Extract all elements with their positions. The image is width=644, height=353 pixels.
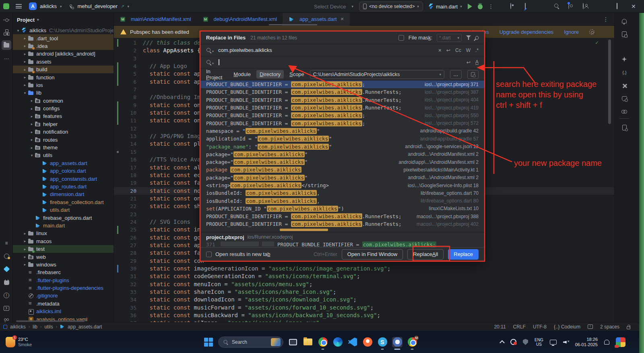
skype-button[interactable]: S bbox=[377, 337, 388, 347]
tree-item-common[interactable]: ▸common bbox=[13, 97, 114, 105]
result-row-3[interactable]: PRODUCT_BUNDLE_IDENTIFIER = com.pixelwib… bbox=[200, 96, 484, 104]
tree-item-dimension-dart[interactable]: dimension.dart bbox=[13, 190, 114, 198]
tab-main-androidmanifest[interactable]: main\AndroidManifest.xml bbox=[114, 13, 197, 26]
line-separator[interactable]: CRLF bbox=[513, 324, 526, 330]
start-button[interactable] bbox=[203, 337, 214, 347]
run-configuration[interactable]: main.dart bbox=[436, 4, 458, 10]
tree-item-macos[interactable]: ▸macos bbox=[13, 237, 114, 245]
tree-item-app-routes-dart[interactable]: app_routes.dart bbox=[13, 183, 114, 190]
tree-item-firebaserc[interactable]: .firebaserc bbox=[13, 268, 114, 276]
preserve-case-toggle[interactable]: A bbox=[475, 60, 479, 65]
profiler-icon[interactable] bbox=[510, 3, 511, 9]
whole-words-toggle[interactable]: W bbox=[466, 47, 471, 53]
problems-tool-icon[interactable]: ! bbox=[2, 291, 11, 300]
result-row-6[interactable]: PRODUCT_BUNDLE_IDENTIFIER = com.pixelwib… bbox=[200, 119, 484, 127]
tree-chevron-icon[interactable]: ▸ bbox=[29, 146, 35, 150]
match-case-toggle[interactable]: Cc bbox=[455, 47, 461, 53]
tree-chevron-icon[interactable]: ▸ bbox=[22, 255, 28, 259]
sync-icon[interactable] bbox=[510, 339, 516, 345]
close-icon[interactable]: ✕ bbox=[631, 3, 638, 10]
tab-app-assets-dart[interactable]: app_assets.dart ✕ bbox=[283, 13, 350, 26]
open-results-new-tab-checkbox[interactable] bbox=[206, 252, 212, 257]
tree-item-function[interactable]: ▸function bbox=[13, 73, 114, 81]
tree-item-firebase-collection-dart[interactable]: firebase_collection.dart bbox=[13, 198, 114, 206]
maximize-icon[interactable] bbox=[617, 3, 617, 9]
open-in-editor-button[interactable] bbox=[467, 70, 479, 79]
terminal-tool-icon[interactable] bbox=[2, 303, 11, 313]
commit-tool-icon[interactable] bbox=[2, 15, 11, 25]
more-tools-icon[interactable]: ⋯ bbox=[2, 54, 11, 64]
project-name[interactable]: aiklicks bbox=[40, 3, 57, 9]
chrome-profile-button[interactable]: M bbox=[407, 337, 417, 347]
newline-icon[interactable]: ↩ bbox=[466, 60, 471, 65]
notifications-icon[interactable] bbox=[618, 16, 630, 26]
device-mirror-icon[interactable] bbox=[525, 3, 526, 9]
regex-toggle[interactable]: .* bbox=[475, 47, 479, 53]
tree-item-flutter-plugins-dependencies[interactable]: .flutter-plugins-dependencies bbox=[13, 284, 114, 292]
tree-item-idea[interactable]: ▸.idea bbox=[13, 42, 114, 50]
tab-scrollbar[interactable] bbox=[269, 24, 317, 25]
inspections-ok-icon[interactable]: ✓ bbox=[595, 39, 599, 45]
tree-item-lib[interactable]: ▾lib bbox=[13, 89, 114, 97]
tree-item-notification[interactable]: ▸notification bbox=[13, 128, 114, 136]
deep-links-icon[interactable] bbox=[618, 106, 630, 117]
tree-chevron-icon[interactable]: ▸ bbox=[22, 247, 28, 251]
tree-item-theme[interactable]: ▸theme bbox=[13, 144, 114, 151]
tree-item-aiklicks[interactable]: ▾aiklicksC:\Users\Admin\StudioProjects\a… bbox=[13, 27, 114, 34]
chrome-button[interactable] bbox=[318, 337, 328, 347]
result-row-19[interactable]: PRODUCT_BUNDLE_IDENTIFIER = com.pixelwib… bbox=[200, 220, 484, 228]
profile-icon[interactable] bbox=[583, 3, 584, 9]
close-tab-icon[interactable]: ✕ bbox=[341, 17, 344, 22]
result-row-18[interactable]: PRODUCT_BUNDLE_IDENTIFIER = com.pixelwib… bbox=[200, 213, 484, 220]
banner-settings-icon[interactable] bbox=[589, 29, 594, 35]
taskbar-clock[interactable]: 18:2606-01-2025 bbox=[575, 337, 598, 347]
chevron-down-icon[interactable]: ▾ bbox=[60, 4, 62, 8]
tree-chevron-icon[interactable]: ▸ bbox=[22, 262, 28, 266]
tree-chevron-icon[interactable]: ▸ bbox=[29, 130, 35, 134]
tree-chevron-icon[interactable]: ▸ bbox=[22, 83, 28, 87]
taskbar-weather-widget[interactable]: 1 23°CSmoke bbox=[0, 337, 32, 347]
gemini-icon[interactable] bbox=[618, 54, 630, 64]
flutter-inspector-tool-icon[interactable] bbox=[2, 264, 11, 274]
tree-item-flutter-plugins[interactable]: .flutter-plugins bbox=[13, 277, 114, 284]
tray-expand-icon[interactable] bbox=[500, 340, 505, 345]
scope-directory[interactable]: Directory bbox=[256, 70, 284, 78]
search-field[interactable]: ▾ com.pixelwibes.aiklicks × ↩ Cc W .* bbox=[200, 44, 484, 56]
tree-item-firebase-options-dart[interactable]: firebase_options.dart bbox=[13, 214, 114, 221]
tree-chevron-icon[interactable]: ▸ bbox=[22, 68, 28, 72]
tree-chevron-icon[interactable]: ▸ bbox=[29, 122, 35, 126]
main-menu-icon[interactable] bbox=[16, 4, 22, 8]
tree-item-android-aiklicks-android[interactable]: ▸android [aiklicks_android] bbox=[13, 50, 114, 58]
project-tool-icon[interactable] bbox=[2, 40, 11, 50]
tree-item-features[interactable]: ▸features bbox=[13, 112, 114, 120]
tree-chevron-icon[interactable]: ▸ bbox=[29, 138, 35, 142]
upgrade-dependencies-link[interactable]: Upgrade dependencies bbox=[500, 29, 553, 35]
tree-item-main-dart[interactable]: main.dart bbox=[13, 222, 114, 229]
tree-item-linux[interactable]: ▸linux bbox=[13, 229, 114, 237]
device-selector[interactable]: <no device selected> ▾ bbox=[359, 2, 423, 11]
todo-tool-icon[interactable]: ≡ bbox=[2, 238, 11, 248]
tree-chevron-icon[interactable]: ▸ bbox=[29, 107, 35, 111]
result-row-7[interactable]: namespace = "com.pixelwibes.aiklicks"and… bbox=[200, 127, 484, 135]
taskbar-search[interactable]: Search bbox=[218, 336, 283, 348]
caret-position[interactable]: 20:11 bbox=[494, 324, 506, 330]
tree-chevron-icon[interactable]: ▾ bbox=[15, 29, 21, 33]
notifications-tray-icon[interactable] bbox=[604, 340, 609, 345]
app-quality-insights-icon[interactable] bbox=[618, 93, 630, 104]
postman-button[interactable] bbox=[362, 337, 373, 347]
dart-pub-tool-icon[interactable] bbox=[2, 251, 11, 261]
tree-item-aiklicks-iml[interactable]: aiklicks.iml bbox=[13, 308, 114, 315]
tree-item-test[interactable]: ▸test bbox=[13, 245, 114, 253]
tree-chevron-icon[interactable]: ▾ bbox=[29, 153, 35, 157]
tree-item-utils[interactable]: ▾utils bbox=[13, 151, 114, 159]
clear-search-icon[interactable]: × bbox=[438, 47, 442, 54]
file-encoding[interactable]: UTF-8 bbox=[533, 324, 547, 330]
branch-name[interactable]: mehul_developer bbox=[77, 3, 118, 9]
tree-item-metadata[interactable]: .metadata bbox=[13, 300, 114, 308]
more-actions-icon[interactable]: ⋮ bbox=[488, 3, 494, 10]
feedback-icon[interactable] bbox=[588, 324, 593, 329]
result-row-4[interactable]: PRODUCT_BUNDLE_IDENTIFIER = com.pixelwib… bbox=[200, 104, 484, 111]
result-row-9[interactable]: "package_name": "com.pixelwibes.aiklicks… bbox=[200, 142, 484, 150]
file-mask-select[interactable]: *.dart▾ bbox=[437, 34, 462, 42]
chevron-down-icon[interactable]: ▾ bbox=[128, 4, 130, 8]
